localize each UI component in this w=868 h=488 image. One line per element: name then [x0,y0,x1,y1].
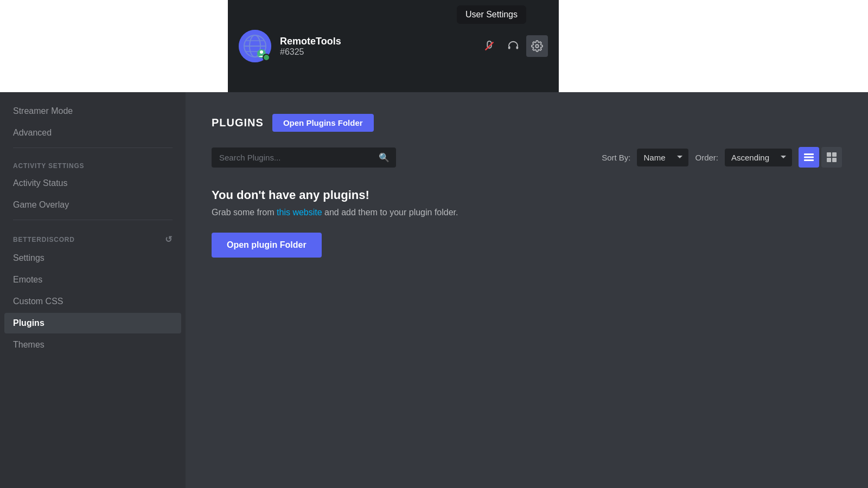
headset-button[interactable] [502,35,524,57]
plugin-title: PLUGINS [212,117,264,129]
empty-state: You don't have any plugins! Grab some fr… [212,183,842,263]
sidebar-item-bd-plugins[interactable]: Plugins [4,313,181,333]
svg-rect-10 [516,46,519,49]
view-toggle [799,147,842,168]
grid-view-button[interactable] [821,147,842,168]
discriminator: #6325 [280,47,470,57]
bd-header-icon: ↺ [165,234,173,245]
user-info: RemoteTools #6325 [280,36,470,57]
betterdiscord-header: BETTERDISCORD ↺ [4,224,181,248]
sort-by-label: Sort By: [602,153,630,162]
sidebar-item-activity-status[interactable]: Activity Status [4,173,181,194]
svg-rect-12 [804,153,814,155]
order-select[interactable]: Ascending Descending [725,149,792,166]
sidebar-divider-2 [13,220,173,220]
svg-point-11 [535,44,539,48]
sidebar-item-bd-custom-css[interactable]: Custom CSS [4,291,181,312]
user-settings-button[interactable] [526,35,548,57]
svg-line-8 [486,42,494,50]
svg-rect-15 [827,152,831,157]
svg-rect-17 [827,158,831,162]
avatar-container [239,30,271,62]
activity-settings-header: ACTIVITY SETTINGS [4,152,181,173]
sort-controls: Sort By: Name Version Author Order: Asce… [602,147,842,168]
sidebar-divider-1 [13,147,173,148]
sidebar-item-game-overlay[interactable]: Game Overlay [4,195,181,215]
user-controls [478,35,548,57]
avatar-status [263,54,270,61]
sidebar-item-advanced[interactable]: Advanced [4,123,181,143]
sidebar-item-bd-settings[interactable]: Settings [4,248,181,268]
order-label: Order: [695,153,718,162]
username: RemoteTools [280,36,470,47]
open-plugins-folder-button[interactable]: Open Plugins Folder [272,114,374,132]
svg-rect-13 [804,157,814,158]
svg-rect-9 [508,46,510,49]
search-icon: 🔍 [379,152,390,163]
search-container: 🔍 [212,147,396,168]
plugin-area: PLUGINS Open Plugins Folder 🔍 Sort By: N… [186,92,868,488]
user-settings-tooltip: User Settings [457,5,526,24]
top-bar: User Settings RemoteT [0,0,868,92]
open-plugin-folder-button[interactable]: Open plugin Folder [212,233,322,258]
svg-rect-14 [804,159,814,161]
list-view-button[interactable] [799,147,819,168]
empty-title: You don't have any plugins! [212,188,842,202]
svg-point-7 [260,50,263,54]
svg-rect-16 [832,152,837,157]
mute-button[interactable] [478,35,500,57]
sidebar-item-bd-emotes[interactable]: Emotes [4,269,181,290]
empty-desc: Grab some from this website and add them… [212,208,842,217]
main-content: Streamer Mode Advanced ACTIVITY SETTINGS… [0,92,868,488]
search-sort-row: 🔍 Sort By: Name Version Author Order: As… [212,147,842,168]
user-card: User Settings RemoteT [228,0,559,92]
sidebar-item-bd-themes[interactable]: Themes [4,335,181,355]
sidebar: Streamer Mode Advanced ACTIVITY SETTINGS… [0,92,186,488]
search-input[interactable] [212,147,396,168]
sidebar-item-streamer-mode[interactable]: Streamer Mode [4,101,181,121]
this-website-link[interactable]: this website [277,208,322,217]
sort-by-select[interactable]: Name Version Author [637,149,688,166]
plugin-header: PLUGINS Open Plugins Folder [212,114,842,132]
svg-rect-18 [832,158,837,162]
